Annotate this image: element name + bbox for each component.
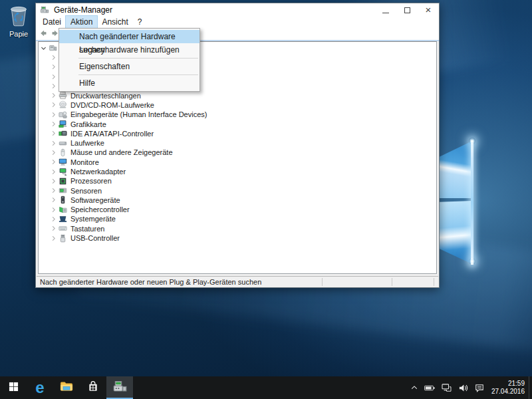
chevron-right-icon[interactable] — [49, 196, 58, 204]
tree-item[interactable]: Systemgeräte — [39, 214, 436, 223]
tree-item[interactable]: Grafikkarte — [39, 119, 436, 128]
device-manager-window: Geräte-Manager × DateiAktionAnsicht? Com… — [35, 3, 440, 288]
tree-item[interactable]: Speichercontroller — [39, 205, 436, 214]
start-icon — [9, 382, 19, 394]
tray-action-center-icon[interactable] — [475, 384, 484, 392]
recycle-bin-icon — [8, 17, 29, 29]
tree-item[interactable]: Laufwerke — [39, 138, 436, 148]
chevron-right-icon[interactable] — [49, 82, 58, 90]
menu-separator — [78, 74, 198, 75]
tree-item-label: DVD/CD-ROM-Laufwerke — [70, 101, 154, 109]
taskbar-device-manager-button[interactable] — [106, 376, 133, 399]
tree-item[interactable]: Softwaregeräte — [39, 196, 436, 205]
tree-item-label: Tastaturen — [70, 225, 104, 233]
status-bar-pane — [322, 278, 392, 286]
menubar-item-ansicht[interactable]: Ansicht — [97, 16, 132, 28]
tree-item[interactable]: Monitore — [39, 158, 436, 167]
keyboard-icon — [59, 224, 68, 233]
chevron-right-icon[interactable] — [49, 234, 58, 242]
close-button[interactable]: × — [418, 3, 439, 16]
gpu-icon — [59, 120, 68, 129]
software-device-icon — [59, 196, 68, 205]
maximize-icon — [404, 4, 410, 16]
menu-item[interactable]: Hilfe — [59, 76, 200, 90]
tree-item[interactable]: IDE ATA/ATAPI-Controller — [39, 129, 436, 138]
chevron-right-icon[interactable] — [49, 158, 58, 166]
chevron-right-icon[interactable] — [49, 92, 58, 100]
maximize-button[interactable] — [396, 3, 418, 16]
tree-item[interactable]: Sensoren — [39, 186, 436, 195]
windows-logo-glow — [469, 138, 475, 144]
tree-item-label: Systemgeräte — [70, 215, 116, 223]
tree-item[interactable]: Tastaturen — [39, 224, 436, 233]
chevron-right-icon[interactable] — [49, 139, 58, 147]
system-device-icon — [59, 214, 68, 223]
recycle-bin-label: Papie — [3, 30, 35, 38]
chevron-down-icon[interactable] — [39, 44, 48, 52]
tree-item-label: Speichercontroller — [70, 205, 130, 213]
recycle-bin-desktop-icon[interactable]: Papie — [3, 3, 35, 38]
chevron-right-icon[interactable] — [49, 130, 58, 138]
tree-item-label: IDE ATA/ATAPI-Controller — [70, 130, 154, 138]
tray-volume-icon[interactable] — [458, 384, 468, 392]
tree-item[interactable]: Mäuse und andere Zeigegeräte — [39, 148, 436, 157]
menu-item[interactable]: Nach geänderter Hardware suchen — [59, 30, 200, 43]
clock-time: 21:59 — [491, 380, 525, 388]
taskbar-clock[interactable]: 21:59 27.04.2016 — [491, 380, 525, 396]
tree-item-label: Prozessoren — [70, 177, 112, 185]
chevron-right-icon[interactable] — [49, 225, 58, 233]
minimize-button[interactable] — [375, 3, 396, 16]
tree-item-label: Netzwerkadapter — [70, 168, 126, 176]
menu-item[interactable]: Eigenschaften — [59, 60, 200, 73]
desktop: Papie Geräte-Manager × DateiAktionAnsich… — [0, 0, 532, 399]
disk-drive-icon — [59, 138, 68, 148]
chevron-right-icon[interactable] — [49, 53, 58, 61]
chevron-right-icon[interactable] — [49, 72, 58, 80]
window-title: Geräte-Manager — [54, 5, 112, 15]
forward-arrow-icon — [51, 28, 59, 40]
chevron-right-icon[interactable] — [49, 168, 58, 176]
tree-item[interactable]: Druckwarteschlangen — [39, 90, 436, 100]
menubar-item-datei[interactable]: Datei — [38, 16, 66, 28]
chevron-right-icon[interactable] — [49, 205, 58, 213]
taskbar: e 21:59 27.04.2016 — [0, 376, 532, 399]
chevron-right-icon[interactable] — [49, 148, 58, 156]
taskbar-start-button[interactable] — [0, 376, 27, 399]
status-text: Nach geänderter Hardware oder neuen Plug… — [40, 278, 261, 286]
device-manager-icon — [112, 379, 128, 397]
menubar-item-aktion[interactable]: Aktion — [66, 16, 97, 28]
tree-item-label: Mäuse und andere Zeigegeräte — [70, 148, 173, 156]
tray-hidden-icons-chevron-icon[interactable] — [411, 385, 418, 390]
tree-item[interactable]: USB-Controller — [39, 233, 436, 243]
chevron-right-icon[interactable] — [49, 187, 58, 195]
title-bar[interactable]: Geräte-Manager × — [36, 3, 439, 16]
network-adapter-icon — [59, 167, 68, 176]
tree-item[interactable]: Prozessoren — [39, 176, 436, 186]
show-desktop-button[interactable] — [529, 376, 532, 399]
chevron-right-icon[interactable] — [49, 101, 58, 109]
back-button[interactable] — [39, 30, 47, 39]
taskbar-store-button[interactable] — [80, 376, 106, 399]
windows-logo-pane — [434, 141, 472, 198]
tray-battery-icon[interactable] — [424, 384, 435, 392]
minimize-icon — [382, 4, 389, 16]
chevron-right-icon[interactable] — [49, 177, 58, 185]
tree-item-label: Monitore — [70, 158, 99, 166]
chevron-right-icon[interactable] — [49, 110, 58, 118]
tree-item-label: Druckwarteschlangen — [70, 92, 141, 100]
tree-item[interactable]: DVD/CD-ROM-Laufwerke — [39, 100, 436, 110]
tree-item[interactable]: Netzwerkadapter — [39, 167, 436, 176]
taskbar-file-explorer-button[interactable] — [53, 376, 80, 399]
chevron-right-icon[interactable] — [49, 63, 58, 71]
chevron-right-icon[interactable] — [49, 215, 58, 223]
tree-item[interactable]: Eingabegeräte (Human Interface Devices) — [39, 110, 436, 119]
taskbar-edge-button[interactable]: e — [27, 376, 53, 399]
tree-item-label: Sensoren — [70, 187, 102, 195]
tree-item-label: Softwaregeräte — [70, 196, 120, 204]
system-tray: 21:59 27.04.2016 — [408, 376, 532, 399]
menu-item[interactable]: Legacyhardware hinzufügen — [59, 43, 200, 57]
chevron-right-icon[interactable] — [49, 120, 58, 128]
mouse-icon — [59, 148, 68, 157]
menubar-item-hilfe[interactable]: ? — [133, 16, 147, 28]
tray-network-icon[interactable] — [442, 384, 452, 392]
